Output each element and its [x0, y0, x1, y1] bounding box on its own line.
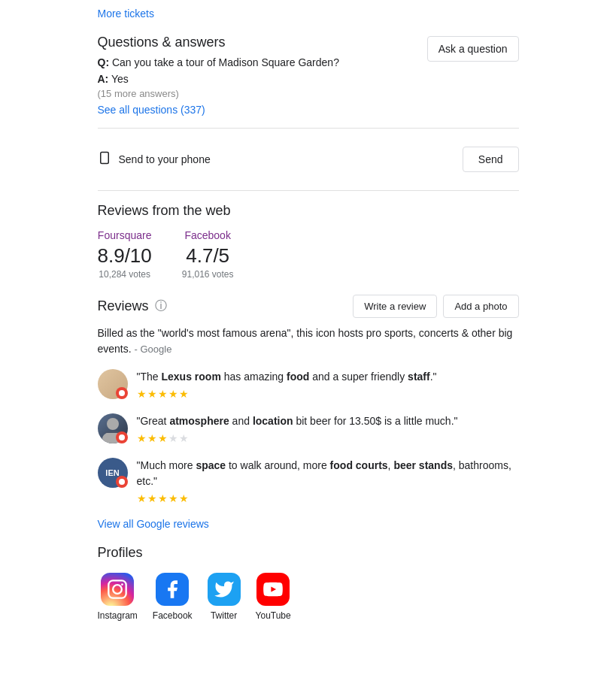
- review-3-stars: ★★★★★: [137, 492, 519, 504]
- google-source-label: - Google: [135, 344, 172, 355]
- profile-item-instagram[interactable]: Instagram: [98, 573, 138, 621]
- google-description: Billed as the "world's most famous arena…: [98, 325, 519, 357]
- qa-a-prefix: A:: [98, 73, 109, 85]
- review-content-1: "The Lexus room has amazing food and a s…: [137, 369, 519, 400]
- profiles-grid: Instagram Facebook Twitter: [98, 573, 519, 621]
- profiles-title: Profiles: [98, 545, 519, 561]
- view-all-reviews-link[interactable]: View all Google reviews: [98, 518, 519, 530]
- review-text-3: "Much more space to walk around, more fo…: [137, 458, 519, 489]
- web-reviews-grid: Foursquare 8.9/10 10,284 votes Facebook …: [98, 229, 519, 280]
- facebook-score: 4.7/5: [182, 244, 234, 268]
- divider-1: [98, 128, 519, 129]
- reviews-help-icon[interactable]: ⓘ: [155, 298, 167, 314]
- facebook-votes: 91,016 votes: [182, 269, 234, 280]
- send-button[interactable]: Send: [463, 147, 519, 172]
- review-3-bold1: space: [196, 459, 226, 471]
- review-item-1: ★ "The Lexus room has amazing food and a…: [98, 369, 519, 400]
- write-review-button[interactable]: Write a review: [353, 295, 437, 318]
- profile-item-youtube[interactable]: YouTube: [256, 573, 291, 621]
- foursquare-score: 8.9/10: [98, 244, 152, 268]
- svg-point-11: [113, 585, 122, 594]
- review-text-2: "Great atmosphere and location bit beer …: [137, 413, 519, 429]
- qa-question: Q: Can you take a tour of Madison Square…: [98, 56, 415, 68]
- svg-point-12: [121, 583, 123, 586]
- avatar-wrap-1: ★: [98, 369, 128, 399]
- review-item-2: ★ "Great atmosphere and location bit bee…: [98, 413, 519, 444]
- svg-text:★: ★: [120, 436, 123, 440]
- twitter-label: Twitter: [211, 610, 237, 621]
- avatar-badge-3: ★: [116, 476, 128, 488]
- web-review-facebook: Facebook 4.7/5 91,016 votes: [182, 229, 234, 280]
- review-2-stars: ★★★★★: [137, 432, 519, 444]
- reviews-actions: Write a review Add a photo: [353, 295, 518, 318]
- add-photo-button[interactable]: Add a photo: [443, 295, 518, 318]
- instagram-icon: [101, 573, 134, 606]
- review-1-bold1: Lexus room: [161, 371, 220, 383]
- facebook-label: Facebook: [153, 610, 193, 621]
- qa-answer-val: Yes: [111, 73, 129, 85]
- foursquare-link[interactable]: Foursquare: [98, 229, 152, 241]
- instagram-label: Instagram: [98, 610, 138, 621]
- send-phone-left: Send to your phone: [98, 151, 211, 168]
- avatar-wrap-2: ★: [98, 413, 128, 443]
- foursquare-votes: 10,284 votes: [98, 269, 152, 280]
- review-2-bold1: atmosphere: [169, 415, 229, 427]
- svg-text:★: ★: [120, 392, 123, 396]
- review-1-bold3: staff: [408, 371, 430, 383]
- facebook-icon: [156, 573, 189, 606]
- review-1-stars: ★★★★★: [137, 388, 519, 400]
- qa-q-prefix: Q:: [98, 56, 110, 68]
- facebook-link[interactable]: Facebook: [182, 229, 234, 241]
- review-content-3: "Much more space to walk around, more fo…: [137, 458, 519, 504]
- avatar-badge-2: ★: [116, 431, 128, 443]
- svg-rect-10: [109, 580, 126, 598]
- svg-text:★: ★: [120, 480, 123, 485]
- qa-answer: A: Yes: [98, 73, 415, 85]
- review-1-bold2: food: [287, 371, 309, 383]
- reviews-header: Reviews ⓘ Write a review Add a photo: [98, 295, 519, 318]
- svg-point-4: [107, 418, 119, 430]
- review-2-bold2: location: [253, 415, 293, 427]
- more-tickets-link[interactable]: More tickets: [98, 8, 154, 20]
- review-item-3: IEN ★ "Much more space to walk around, m…: [98, 458, 519, 504]
- qa-question-text2: Can you take a tour of Madison Square Ga…: [112, 56, 339, 68]
- qa-content: Questions & answers Q: Can you take a to…: [98, 35, 415, 116]
- review-3-bold2: food courts: [330, 459, 388, 471]
- reviews-title: Reviews: [98, 298, 149, 314]
- phone-icon: [98, 151, 111, 168]
- twitter-icon: [208, 573, 241, 606]
- qa-more-answers: (15 more answers): [98, 88, 415, 99]
- divider-2: [98, 190, 519, 191]
- svg-rect-0: [100, 152, 108, 163]
- avatar-badge-1: ★: [116, 387, 128, 399]
- profile-item-twitter[interactable]: Twitter: [208, 573, 241, 621]
- web-review-foursquare: Foursquare 8.9/10 10,284 votes: [98, 229, 152, 280]
- send-phone-section: Send to your phone Send: [98, 141, 519, 178]
- avatar-wrap-3: IEN ★: [98, 458, 128, 488]
- qa-see-all-link[interactable]: See all questions (337): [98, 104, 205, 116]
- youtube-icon: [256, 573, 290, 606]
- qa-section: Questions & answers Q: Can you take a to…: [98, 35, 519, 116]
- review-3-bold3: beer stands: [393, 459, 453, 471]
- review-text-1: "The Lexus room has amazing food and a s…: [137, 369, 519, 385]
- youtube-label: YouTube: [256, 610, 291, 621]
- send-phone-label: Send to your phone: [119, 153, 211, 165]
- ask-question-button[interactable]: Ask a question: [427, 36, 519, 62]
- reviews-web-title: Reviews from the web: [98, 203, 519, 219]
- profile-item-facebook[interactable]: Facebook: [153, 573, 193, 621]
- qa-title: Questions & answers: [98, 35, 415, 50]
- review-content-2: "Great atmosphere and location bit beer …: [137, 413, 519, 444]
